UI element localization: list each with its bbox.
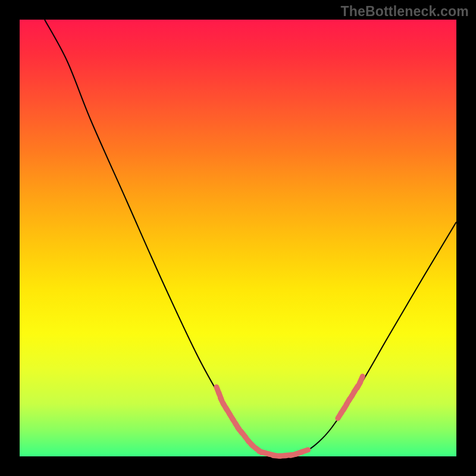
curve-marker: [301, 450, 308, 452]
chart-frame: TheBottleneck.com: [0, 0, 476, 476]
dots-bottom-group: [259, 450, 308, 456]
watermark-text: TheBottleneck.com: [340, 4, 469, 20]
plot-area: [20, 20, 456, 456]
dots-right-group: [338, 377, 363, 419]
bottleneck-curve: [45, 20, 456, 456]
dots-left-group: [217, 387, 262, 452]
curve-marker: [360, 377, 363, 383]
chart-svg: [20, 20, 456, 456]
